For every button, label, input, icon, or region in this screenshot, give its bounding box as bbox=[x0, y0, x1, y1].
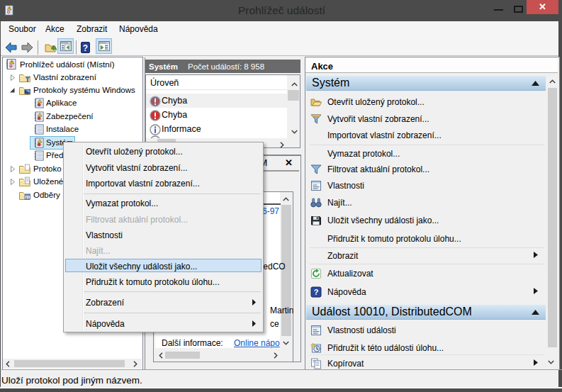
svg-text:?: ? bbox=[83, 43, 88, 53]
svg-text:?: ? bbox=[314, 288, 319, 296]
